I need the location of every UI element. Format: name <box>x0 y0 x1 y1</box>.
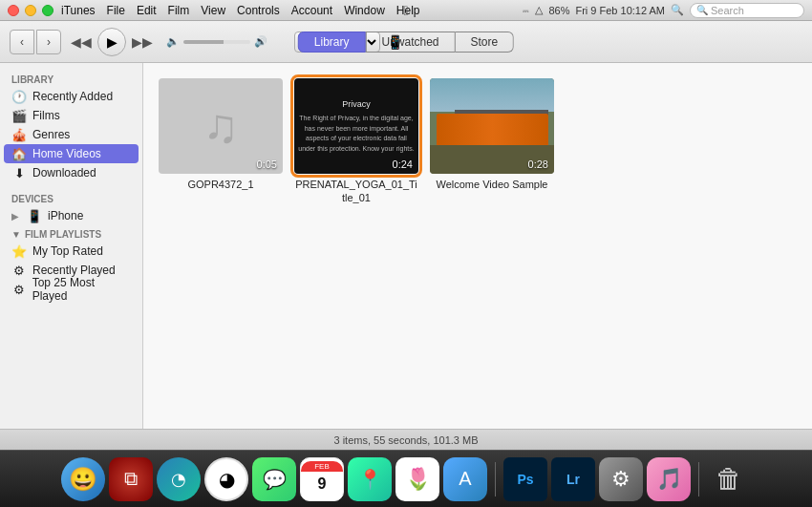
downloaded-icon: ⬇ <box>11 166 27 180</box>
video-thumb-gopr[interactable]: ♫ 0:05 <box>159 78 283 174</box>
dock-item-launchpad[interactable]: ⧉ <box>109 457 153 501</box>
iphone-expand-arrow: ▶ <box>11 211 19 222</box>
trash-icon: 🗑 <box>716 463 742 495</box>
dock-item-calendar[interactable]: FEB 9 <box>300 457 344 501</box>
search-icon[interactable]: 🔍 <box>671 4 684 16</box>
settings-icon: ⚙ <box>611 467 630 492</box>
dock-item-safari[interactable]: ◔ <box>157 457 201 501</box>
video-duration-train: 0:28 <box>528 158 548 170</box>
sidebar-item-recently-added[interactable]: 🕐 Recently Added <box>0 87 142 106</box>
menu-bar: iTunes File Edit Film View Controls Acco… <box>61 4 420 17</box>
wifi-icon: △ <box>535 4 543 16</box>
top-rated-label: My Top Rated <box>32 244 103 258</box>
sidebar-item-genres[interactable]: 🎪 Genres <box>0 125 142 144</box>
sidebar-item-home-videos[interactable]: 🏠 Home Videos <box>4 144 139 163</box>
dock-item-itunes[interactable]: 🎵 <box>647 457 691 501</box>
iphone-label: iPhone <box>48 209 83 222</box>
films-icon: 🎬 <box>11 109 27 123</box>
minimize-button[interactable] <box>25 5 36 16</box>
apple-icon:  <box>403 3 408 18</box>
menu-controls[interactable]: Controls <box>237 4 280 17</box>
recently-played-label: Recently Played <box>32 264 116 277</box>
dock-item-lightroom[interactable]: Lr <box>551 457 595 501</box>
menu-view[interactable]: View <box>201 4 225 17</box>
dock-item-messages[interactable]: 💬 <box>252 457 296 501</box>
volume-low-icon: 🔈 <box>166 35 180 48</box>
menu-itunes[interactable]: iTunes <box>61 4 96 17</box>
nav-buttons: ‹ › <box>10 30 61 54</box>
empty-thumb-icon: ♫ <box>203 98 239 154</box>
genres-label: Genres <box>32 128 70 141</box>
top25-label: Top 25 Most Played <box>32 276 131 303</box>
sidebar: LIBRARY 🕐 Recently Added 🎬 Films 🎪 Genre… <box>0 63 143 429</box>
dock-item-trash[interactable]: 🗑 <box>707 457 751 501</box>
maximize-button[interactable] <box>42 5 53 16</box>
rewind-button[interactable]: ◀◀ <box>69 30 94 54</box>
close-button[interactable] <box>8 5 19 16</box>
dock-item-maps[interactable]: 📍 <box>348 457 392 501</box>
traffic-lights <box>8 5 53 16</box>
photoshop-icon: Ps <box>517 472 533 487</box>
sidebar-item-films[interactable]: 🎬 Films <box>0 106 142 125</box>
dock: 😀 ⧉ ◔ ◕ 💬 FEB 9 📍 🌷 A Ps Lr ⚙ 🎵 🗑 <box>0 450 812 507</box>
video-thumb-yoga[interactable]: Privacy The Right of Privacy, in the dig… <box>294 78 418 174</box>
video-item-train[interactable]: 0:28 Welcome Video Sample <box>430 78 554 205</box>
back-button[interactable]: ‹ <box>10 30 34 54</box>
sidebar-item-downloaded[interactable]: ⬇ Downloaded <box>0 163 142 182</box>
main-layout: LIBRARY 🕐 Recently Added 🎬 Films 🎪 Genre… <box>0 63 812 429</box>
search-box[interactable]: 🔍 Search <box>690 3 804 18</box>
dock-separator <box>495 462 496 496</box>
sidebar-item-my-top-rated[interactable]: ⭐ My Top Rated <box>0 242 142 261</box>
library-section-header: LIBRARY <box>0 71 142 87</box>
menu-window[interactable]: Window <box>344 4 385 17</box>
recently-added-icon: 🕐 <box>11 90 27 104</box>
play-button[interactable]: ▶ <box>97 28 126 56</box>
dock-item-finder[interactable]: 😀 <box>61 457 105 501</box>
volume-high-icon: 🔊 <box>254 35 267 48</box>
title-bar: iTunes File Edit Film View Controls Acco… <box>0 0 812 21</box>
dock-item-appstore[interactable]: A <box>443 457 487 501</box>
toolbar: ‹ › ◀◀ ▶ ▶▶ 🔈 🔊 Films Music TV Shows Pod… <box>0 21 812 63</box>
dock-item-photoshop[interactable]: Ps <box>503 457 547 501</box>
playlists-expand-icon: ▼ <box>11 229 21 240</box>
video-title-train: Welcome Video Sample <box>437 178 548 191</box>
search-magnifier-icon: 🔍 <box>696 5 708 15</box>
video-item-yoga[interactable]: Privacy The Right of Privacy, in the dig… <box>294 78 418 205</box>
launchpad-icon: ⧉ <box>124 468 138 490</box>
tab-store[interactable]: Store <box>456 32 515 53</box>
top25-icon: ⚙ <box>11 283 27 297</box>
menu-file[interactable]: File <box>107 4 125 17</box>
sidebar-item-iphone[interactable]: ▶ 📱 iPhone <box>0 206 142 225</box>
tab-bar: Library Unwatched Store <box>298 32 514 53</box>
apple-logo-center:  <box>403 3 408 18</box>
video-title-gopr: GOPR4372_1 <box>187 178 253 191</box>
recently-played-icon: ⚙ <box>11 264 27 278</box>
dock-item-chrome[interactable]: ◕ <box>204 457 248 501</box>
content-area: ♫ 0:05 GOPR4372_1 Privacy The Right of P… <box>143 63 812 429</box>
fast-forward-button[interactable]: ▶▶ <box>130 30 155 54</box>
recently-added-label: Recently Added <box>32 90 113 103</box>
forward-button[interactable]: › <box>36 30 61 54</box>
video-thumb-train[interactable]: 0:28 <box>430 78 554 174</box>
tab-library[interactable]: Library <box>298 32 366 53</box>
volume-control: 🔈 🔊 <box>166 35 267 48</box>
menu-edit[interactable]: Edit <box>137 4 157 17</box>
devices-section-header: DEVICES <box>0 190 142 206</box>
dock-item-photos[interactable]: 🌷 <box>395 457 439 501</box>
yoga-content: Privacy The Right of Privacy, in the dig… <box>294 91 418 162</box>
datetime-text: Fri 9 Feb 10:12 AM <box>575 5 665 16</box>
playlists-section-header[interactable]: ▼ Film Playlists <box>0 225 142 242</box>
video-duration-yoga: 0:24 <box>393 158 413 170</box>
menu-film[interactable]: Film <box>168 4 190 17</box>
downloaded-label: Downloaded <box>32 166 96 180</box>
photos-icon: 🌷 <box>405 467 431 492</box>
chrome-icon: ◕ <box>219 468 235 491</box>
tab-unwatched[interactable]: Unwatched <box>365 32 455 53</box>
menu-account[interactable]: Account <box>291 4 332 17</box>
volume-slider-track[interactable] <box>183 40 250 44</box>
bluetooth-icon: ⎓ <box>523 5 529 16</box>
video-item-gopr[interactable]: ♫ 0:05 GOPR4372_1 <box>159 78 283 205</box>
sidebar-item-top25[interactable]: ⚙ Top 25 Most Played <box>0 280 142 299</box>
lightroom-icon: Lr <box>566 472 580 487</box>
dock-item-settings[interactable]: ⚙ <box>599 457 643 501</box>
